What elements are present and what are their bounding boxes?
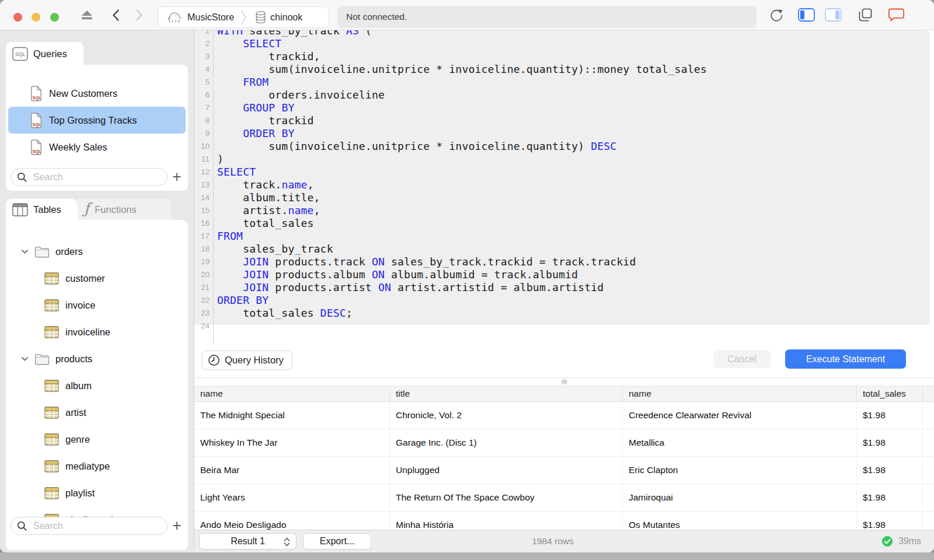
chevron-down-icon[interactable] [21,249,29,254]
code-line: JOIN products.track ON sales_by_track.tr… [217,256,707,268]
table-cell: Ando Meio Desligado [194,512,390,530]
elephant-icon [166,10,183,24]
line-number: 2 [194,37,210,50]
table-search-input[interactable] [32,520,151,532]
line-number: 23 [194,307,210,320]
results-table: nametitlenametotal_sales The Midnight Sp… [194,386,934,530]
tab-queries-label: Queries [33,48,67,60]
svg-text:SQL: SQL [33,122,41,127]
table-cell: Garage Inc. (Disc 1) [390,429,623,456]
tab-functions-label: Functions [95,204,137,215]
table-item[interactable]: album [6,372,188,399]
tab-tables-label: Tables [33,204,61,215]
table-row[interactable]: Whiskey In The JarGarage Inc. (Disc 1)Me… [194,429,934,457]
execute-statement-button[interactable]: Execute Statement [785,349,906,369]
close-button[interactable] [13,13,22,22]
schema-folder[interactable]: products [6,345,188,372]
zoom-button[interactable] [50,13,59,22]
table-item[interactable]: mediatype [6,453,188,480]
column-header[interactable]: total_sales [857,386,923,401]
code-line: track.name, [217,178,707,191]
back-button[interactable] [109,0,123,30]
table-search[interactable] [11,517,168,535]
svg-text:SQL: SQL [33,95,41,100]
query-item[interactable]: SQL Top Grossing Tracks [6,107,188,134]
line-number: 10 [194,140,210,153]
search-icon [17,521,27,531]
add-query-button[interactable]: + [168,167,186,187]
tree-item-label: genre [65,434,90,445]
table-item[interactable]: artist [6,399,188,426]
results-header: nametitlenametotal_sales [194,386,934,402]
table-cell: Unplugged [390,457,623,484]
line-number-gutter: 123456789101112131415161718192021222324 [194,30,210,332]
forward-button[interactable] [132,0,146,30]
query-search-input[interactable] [32,172,151,183]
server-name: MusicStore [187,12,234,23]
code-line: artist.name, [217,204,707,217]
table-cell: Whiskey In The Jar [194,429,390,456]
line-number: 5 [194,76,210,89]
tree-item-label: invoice [65,300,95,311]
feedback-button[interactable] [887,0,905,30]
code-line: total_sales [217,217,707,230]
chevron-left-icon [111,9,120,22]
table-item[interactable]: playlist [6,480,188,506]
chevron-down-icon[interactable] [21,356,29,362]
query-search[interactable] [11,168,168,186]
line-number: 17 [194,230,210,243]
line-number: 22 [194,294,210,307]
column-header[interactable]: name [194,386,390,401]
column-header[interactable]: title [390,386,623,401]
table-item[interactable]: genre [6,426,188,453]
line-number: 13 [194,178,210,191]
table-item[interactable]: invoice [6,292,188,318]
tab-functions[interactable]: ƒ Functions [78,199,171,220]
sidebar-right-toggle-button[interactable] [824,0,842,30]
tab-queries[interactable]: SQL Queries [6,42,83,65]
result-selector[interactable]: Result 1 [199,533,297,550]
query-history-button[interactable]: Query History [201,351,292,370]
table-row[interactable]: Ando Meio DesligadoMinha HistóriaOs Muta… [194,512,934,530]
tab-tables[interactable]: Tables [6,199,78,220]
table-cell: Metallica [623,429,857,456]
code-line: sales_by_track [217,243,707,256]
gutter-divider [213,30,214,345]
table-icon [44,272,59,285]
query-item[interactable]: SQL New Customers [6,80,188,107]
code-line: trackid [217,114,707,127]
breadcrumb-database[interactable]: chinook [247,7,308,27]
divider-drag-handle[interactable] [562,379,567,384]
chevron-right-icon [135,9,144,22]
line-number: 19 [194,256,210,268]
breadcrumb-server[interactable]: MusicStore [158,7,240,27]
tables-panel: orders customer invoice invoiceline prod… [6,220,188,550]
code-line: total_sales DESC; [217,307,707,320]
table-item[interactable]: customer [6,265,188,292]
table-row[interactable]: Light YearsThe Return Of The Space Cowbo… [194,484,934,512]
sidebar-left-toggle-button[interactable] [797,0,815,30]
eject-button[interactable] [79,0,95,30]
query-item[interactable]: SQL Weekly Sales [6,134,188,160]
panel-right-icon [825,8,842,22]
table-icon [44,487,59,499]
refresh-button[interactable] [768,0,784,30]
tree-item-label: products [55,354,92,365]
add-table-button[interactable]: + [168,516,186,536]
table-cell: $1.98 [857,484,923,511]
schema-folder[interactable]: orders [6,238,188,265]
sql-code[interactable]: WITH sales_by_track AS ( SELECT trackid,… [217,30,707,332]
export-button[interactable]: Export... [303,533,371,550]
folder-icon [34,246,50,258]
cancel-button[interactable]: Cancel [713,350,771,368]
column-header[interactable]: name [623,386,857,401]
table-row[interactable]: Beira MarUnpluggedEric Clapton$1.98 [194,457,934,484]
sql-editor[interactable]: 123456789101112131415161718192021222324 … [194,30,934,377]
windows-button[interactable] [857,0,873,30]
code-line: trackid, [217,50,707,63]
minimize-button[interactable] [32,13,40,22]
code-line: ORDER BY [217,127,707,140]
table-item[interactable]: invoiceline [6,318,188,345]
table-row[interactable]: The Midnight SpecialChronicle, Vol. 2Cre… [194,402,934,429]
table-cell: Minha História [390,512,623,530]
